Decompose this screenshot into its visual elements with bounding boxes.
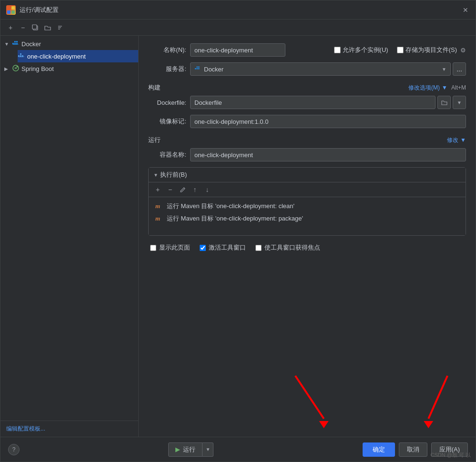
- confirm-button[interactable]: 确定: [363, 442, 395, 457]
- before-execute-toolbar: + − ↑ ↓: [149, 182, 466, 197]
- svg-rect-1: [11, 6, 15, 10]
- dockerfile-expand-button[interactable]: ▼: [453, 96, 466, 109]
- before-execute-edit-button[interactable]: [177, 184, 188, 195]
- name-input[interactable]: [190, 43, 285, 57]
- run-modify-label: 修改: [447, 136, 458, 144]
- show-page-checkbox[interactable]: [150, 245, 156, 251]
- allow-multiple-checkbox[interactable]: [334, 47, 341, 53]
- run-modify-button[interactable]: 修改 ▼: [447, 136, 466, 144]
- activate-tool-option[interactable]: 激活工具窗口: [200, 243, 246, 252]
- dockerfile-input-wrapper: ▼: [190, 96, 466, 109]
- activate-tool-checkbox[interactable]: [200, 245, 206, 251]
- svg-rect-15: [20, 55, 21, 57]
- before-execute-items: m 运行 Maven 目标 'one-click-deployment: cle…: [149, 197, 466, 235]
- save-to-file-label: 存储为项目文件(S): [405, 46, 457, 54]
- before-execute-chevron[interactable]: ▼: [153, 172, 158, 178]
- build-modify-arrow: ▼: [442, 84, 447, 91]
- build-modify-button[interactable]: 修改选项(M) ▼ Alt+M: [408, 84, 466, 92]
- docker-child-label: one-click-deployment: [27, 53, 86, 60]
- copy-config-button[interactable]: [30, 22, 41, 33]
- dockerfile-row: Dockerfile: ▼: [148, 96, 466, 109]
- docker-group: ▼ Docker: [0, 38, 138, 62]
- run-button[interactable]: ▶ 运行: [168, 442, 203, 457]
- container-name-row: 容器名称:: [148, 148, 466, 161]
- svg-rect-20: [195, 68, 196, 70]
- server-select-content: Docker: [194, 65, 223, 73]
- maven-icon-2: m: [155, 215, 163, 222]
- dockerfile-input[interactable]: [190, 96, 435, 109]
- server-more-button[interactable]: ...: [453, 62, 466, 76]
- save-to-file-settings-icon[interactable]: ⚙: [460, 47, 466, 54]
- container-name-input[interactable]: [190, 148, 466, 161]
- svg-rect-13: [16, 41, 18, 42]
- build-section-header: 构建 修改选项(M) ▼ Alt+M: [148, 83, 466, 92]
- svg-rect-11: [16, 43, 18, 44]
- close-button[interactable]: ✕: [461, 6, 470, 14]
- run-debug-config-dialog: 运行/调试配置 ✕ + −: [0, 0, 476, 462]
- build-modify-label: 修改选项(M): [408, 84, 440, 92]
- spring-boot-chevron: ▶: [4, 66, 10, 71]
- before-execute-task-2: 运行 Maven 目标 'one-click-deployment: packa…: [167, 214, 303, 223]
- before-execute-task-1: 运行 Maven 目标 'one-click-deployment: clean…: [167, 202, 294, 211]
- dockerfile-folder-button[interactable]: [437, 96, 451, 109]
- docker-group-item[interactable]: ▼ Docker: [0, 38, 138, 50]
- focus-tool-option[interactable]: 使工具窗口获得焦点: [255, 243, 320, 252]
- image-tag-input[interactable]: [190, 115, 466, 128]
- container-name-label: 容器名称:: [148, 151, 186, 159]
- spring-boot-group: ▶ Spring Boot: [0, 62, 138, 75]
- run-section-title: 运行: [148, 136, 161, 144]
- server-row: 服务器:: [148, 62, 466, 76]
- title-bar: 运行/调试配置 ✕: [0, 0, 476, 20]
- remove-config-button[interactable]: −: [18, 22, 28, 33]
- one-click-deployment-item[interactable]: one-click-deployment: [18, 50, 138, 62]
- focus-tool-checkbox[interactable]: [255, 245, 262, 251]
- svg-rect-24: [198, 66, 200, 68]
- svg-rect-5: [32, 25, 37, 29]
- config-tree: ▼ Docker: [0, 36, 138, 421]
- before-execute-item-2[interactable]: m 运行 Maven 目标 'one-click-deployment: pac…: [152, 212, 462, 225]
- maven-icon-1: m: [155, 202, 163, 210]
- docker-child-icon: [18, 52, 25, 61]
- show-page-option[interactable]: 显示此页面: [150, 243, 190, 252]
- help-button[interactable]: ?: [8, 444, 20, 455]
- focus-tool-label: 使工具窗口获得焦点: [264, 243, 320, 252]
- edit-config-template-link[interactable]: 编辑配置模板...: [6, 425, 45, 432]
- run-button-label: 运行: [183, 445, 195, 454]
- run-dropdown-button[interactable]: ▼: [203, 442, 213, 457]
- run-play-icon: ▶: [175, 446, 180, 453]
- checkbox-group: 允许多个实例(U) 存储为项目文件(S) ⚙: [289, 46, 466, 54]
- image-tag-label: 镜像标记:: [148, 117, 186, 126]
- server-label: 服务器:: [148, 65, 186, 73]
- before-execute-section: ▼ 执行前(B) + − ↑ ↓: [148, 167, 466, 236]
- allow-multiple-label: 允许多个实例(U): [343, 46, 388, 54]
- right-panel: 名称(N): 允许多个实例(U) 存储为项目文件(S) ⚙: [139, 36, 476, 437]
- config-form: 名称(N): 允许多个实例(U) 存储为项目文件(S) ⚙: [139, 36, 476, 437]
- server-select[interactable]: Docker ▼: [190, 62, 451, 76]
- name-label: 名称(N):: [148, 46, 186, 54]
- svg-rect-23: [197, 66, 198, 68]
- config-toolbar: + −: [0, 20, 476, 36]
- before-execute-up-button[interactable]: ↑: [190, 184, 200, 195]
- before-execute-down-button[interactable]: ↓: [202, 184, 213, 195]
- dialog-title: 运行/调试配置: [20, 6, 59, 14]
- sort-button[interactable]: [55, 22, 65, 33]
- bottom-bar: ? ▶ 运行 ▼ 确定 取消 应用(A): [0, 437, 476, 462]
- left-panel: ▼ Docker: [0, 36, 139, 437]
- cancel-button[interactable]: 取消: [399, 442, 427, 457]
- add-config-button[interactable]: +: [5, 22, 16, 33]
- before-execute-add-button[interactable]: +: [152, 184, 163, 195]
- before-execute-remove-button[interactable]: −: [165, 184, 175, 195]
- move-to-folder-button[interactable]: [42, 22, 53, 33]
- svg-rect-16: [22, 55, 23, 57]
- server-dropdown-arrow: ▼: [442, 67, 446, 72]
- app-icon: [6, 5, 16, 15]
- apply-button[interactable]: 应用(A): [431, 442, 468, 457]
- before-execute-item-1[interactable]: m 运行 Maven 目标 'one-click-deployment: cle…: [152, 200, 462, 212]
- spring-boot-group-item[interactable]: ▶ Spring Boot: [0, 62, 138, 75]
- save-to-file-checkbox-item[interactable]: 存储为项目文件(S) ⚙: [397, 46, 466, 54]
- svg-rect-10: [14, 43, 16, 44]
- save-to-file-checkbox[interactable]: [397, 47, 404, 53]
- svg-rect-17: [20, 53, 21, 55]
- svg-rect-0: [7, 6, 10, 10]
- allow-multiple-checkbox-item[interactable]: 允许多个实例(U): [334, 46, 388, 54]
